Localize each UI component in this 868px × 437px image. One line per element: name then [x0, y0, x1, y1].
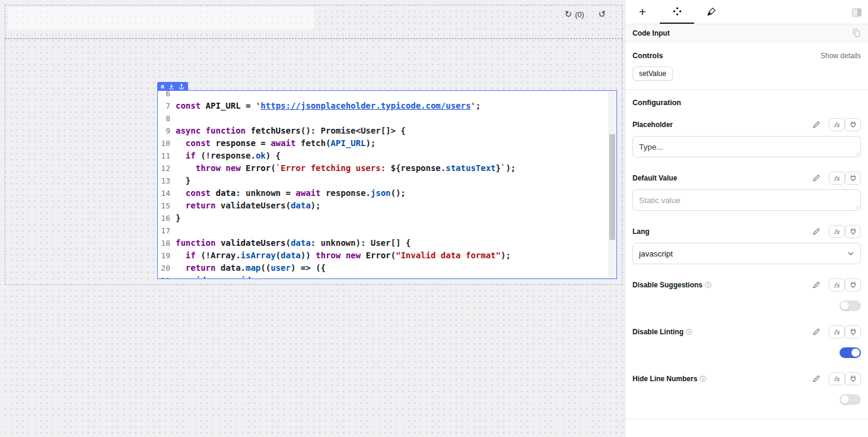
chevron-down-icon	[847, 250, 854, 257]
default-value-input[interactable]: Static value	[632, 189, 861, 211]
tab-add-component[interactable]: +	[625, 0, 660, 24]
sync-count-label: (0)	[575, 11, 584, 19]
edit-button[interactable]	[810, 172, 823, 185]
controls-title: Controls	[632, 52, 663, 60]
panel-toggle-icon	[851, 7, 862, 18]
history-icon: ↺	[598, 10, 606, 19]
configuration-section: Configuration Placeholder fx Type...	[625, 90, 868, 405]
hide-line-numbers-toggle[interactable]	[840, 394, 861, 405]
fx-button[interactable]: fx	[829, 118, 845, 131]
fx-button[interactable]: fx	[829, 372, 845, 385]
code-line: 20 return data.map((user) => ({	[160, 262, 608, 274]
connect-button[interactable]	[845, 278, 861, 292]
edit-button[interactable]	[810, 278, 823, 292]
canvas-toolbar: ↻ (0) ↺	[561, 8, 609, 21]
info-icon[interactable]: ⓘ	[686, 328, 692, 337]
show-details-link[interactable]: Show details	[821, 52, 861, 60]
collapse-panel-button[interactable]	[851, 0, 862, 24]
sync-changes-button[interactable]: ↻ (0)	[561, 8, 588, 21]
edit-button[interactable]	[810, 372, 823, 385]
code-editor[interactable]: 67const API_URL = 'https://jsonplacehold…	[158, 91, 616, 278]
fx-button[interactable]: fx	[829, 172, 845, 185]
plug-icon	[849, 227, 857, 236]
disable-suggestions-toggle[interactable]	[840, 300, 861, 311]
code-line: 7const API_URL = 'https://jsonplaceholde…	[160, 100, 608, 112]
widget-insert-icon	[168, 84, 174, 90]
code-line: 8	[160, 112, 608, 125]
app-canvas[interactable]: ↻ (0) ↺ a 67const API_URL = 'https://jso…	[0, 0, 625, 437]
placeholder-input[interactable]: Type...	[632, 136, 861, 157]
widget-anchor-icon	[179, 84, 185, 90]
fx-button[interactable]: fx	[829, 225, 845, 238]
plug-icon	[849, 375, 857, 383]
history-button[interactable]: ↺	[594, 8, 609, 21]
plug-icon	[849, 281, 857, 289]
pencil-icon	[812, 174, 821, 182]
tab-properties[interactable]	[660, 0, 694, 24]
code-line: 19 if (!Array.isArray(data)) throw new E…	[160, 249, 608, 262]
setvalue-action-chip[interactable]: setValue	[632, 66, 673, 81]
code-line: 11 if (!response.ok) {	[160, 150, 608, 162]
edit-button[interactable]	[810, 118, 823, 131]
connect-button[interactable]	[845, 172, 861, 185]
widget-tag-label: a	[161, 83, 164, 90]
fx-button[interactable]: fx	[829, 325, 845, 338]
resize-grip[interactable]	[854, 150, 859, 156]
code-input-widget[interactable]: a 67const API_URL = 'https://jsonplaceho…	[157, 90, 617, 279]
code-line: 9async function fetchUsers(): Promise<Us…	[160, 125, 608, 137]
connect-button[interactable]	[845, 372, 861, 385]
widget-tag[interactable]: a	[157, 82, 188, 91]
inspector-tabs: +	[625, 0, 868, 24]
plug-icon	[849, 328, 857, 336]
lang-select[interactable]: javascript	[632, 243, 861, 264]
info-icon[interactable]: ⓘ	[700, 375, 706, 384]
configuration-title: Configuration	[632, 99, 861, 107]
connect-button[interactable]	[845, 225, 861, 238]
pencil-icon	[812, 227, 821, 236]
bottom-divider	[625, 419, 868, 419]
controls-section: Controls Show details setValue	[625, 42, 868, 89]
edit-button[interactable]	[810, 225, 823, 238]
code-lines: 67const API_URL = 'https://jsonplacehold…	[160, 91, 608, 278]
plus-icon: +	[639, 5, 646, 18]
code-line: 10 const response = await fetch(API_URL)…	[160, 137, 608, 150]
editor-scrollbar-thumb[interactable]	[609, 134, 615, 240]
property-label: Lang	[632, 227, 650, 236]
editor-scrollbar-track	[608, 91, 616, 278]
empty-widget-placeholder	[8, 7, 314, 30]
plug-icon	[849, 174, 857, 182]
pencil-icon	[812, 121, 821, 129]
property-label: Placeholder	[632, 121, 673, 129]
fx-icon: fx	[834, 282, 840, 289]
property-disable-linting: Disable Lintingⓘ fx	[632, 325, 861, 358]
inspector-panel: + Code Input Controls Show details setVa…	[625, 0, 868, 437]
property-lang: Lang fx javascript	[632, 224, 861, 264]
pencil-icon	[812, 328, 821, 336]
code-line: 18function validateUsers(data: unknown):…	[160, 237, 608, 249]
code-line: 17	[160, 224, 608, 237]
fx-icon: fx	[834, 229, 840, 235]
info-icon[interactable]: ⓘ	[705, 281, 711, 290]
connect-button[interactable]	[845, 325, 861, 338]
components-icon	[672, 7, 682, 17]
property-hide-line-numbers: Hide Line Numbersⓘ fx	[632, 372, 861, 405]
fx-icon: fx	[834, 329, 840, 335]
app-builder: ↻ (0) ↺ a 67const API_URL = 'https://jso…	[0, 0, 868, 437]
resize-grip[interactable]	[854, 204, 859, 209]
property-label: Disable Linting	[632, 328, 683, 336]
fx-icon: fx	[834, 376, 840, 382]
property-label: Hide Line Numbers	[632, 375, 697, 383]
tab-styles[interactable]	[694, 0, 729, 24]
connect-button[interactable]	[845, 118, 861, 131]
code-line: 15 return validateUsers(data);	[160, 200, 608, 212]
code-line: 16}	[160, 212, 608, 224]
edit-button[interactable]	[810, 325, 823, 338]
property-label: Disable Suggestions	[632, 281, 702, 289]
disable-linting-toggle[interactable]	[840, 347, 861, 358]
fx-button[interactable]: fx	[829, 278, 845, 292]
code-line: 12 throw new Error(`Error fetching users…	[160, 162, 608, 175]
docs-icon[interactable]	[852, 28, 861, 37]
code-line: 6	[160, 91, 608, 100]
fx-icon: fx	[834, 175, 840, 182]
code-line: 21 id: user.id,	[160, 274, 608, 278]
